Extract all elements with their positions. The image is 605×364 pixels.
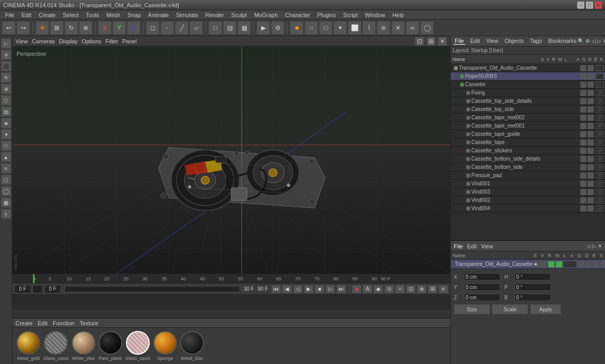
tree-status-icon[interactable] bbox=[580, 73, 586, 80]
menu-item-help[interactable]: Help bbox=[389, 11, 407, 19]
tree-texture-icon[interactable] bbox=[596, 65, 604, 71]
y-axis-button[interactable]: Y bbox=[113, 21, 126, 35]
infinity-button[interactable]: ∞ bbox=[406, 21, 419, 35]
render-view-button[interactable]: ▶ bbox=[257, 21, 270, 35]
left-tool-5[interactable]: ⊕ bbox=[1, 84, 11, 94]
tree-item[interactable]: Vind004 bbox=[451, 204, 605, 213]
menu-item-character[interactable]: Character bbox=[282, 11, 313, 19]
tree-status-icon[interactable] bbox=[580, 82, 586, 88]
tree-status-icon[interactable] bbox=[580, 205, 586, 212]
tree-item[interactable]: Pressue_pad bbox=[451, 171, 605, 180]
tree-texture-icon[interactable] bbox=[596, 205, 604, 212]
tree-texture-icon[interactable] bbox=[596, 156, 604, 162]
right-tab-edit[interactable]: Edit bbox=[469, 38, 481, 45]
timeline-bar[interactable] bbox=[65, 286, 240, 292]
tree-texture-icon[interactable] bbox=[596, 73, 604, 80]
tree-item[interactable]: Fixing bbox=[451, 89, 605, 97]
z-position-input[interactable] bbox=[464, 294, 500, 301]
right-tab-view[interactable]: View bbox=[485, 38, 500, 45]
rb-close-icon[interactable]: ✕ bbox=[598, 243, 602, 249]
tree-status-icon[interactable] bbox=[580, 189, 586, 195]
redo-button[interactable]: ↪ bbox=[17, 21, 30, 35]
menu-item-select[interactable]: Select bbox=[60, 11, 82, 19]
size-button[interactable]: Size bbox=[454, 304, 490, 314]
tree-status-icon[interactable] bbox=[587, 164, 594, 170]
tree-status-icon[interactable] bbox=[587, 148, 594, 154]
tree-status-icon[interactable] bbox=[587, 139, 594, 146]
tree-item[interactable]: Cassette bbox=[451, 81, 605, 89]
tree-status-icon[interactable] bbox=[580, 123, 586, 129]
undo-button[interactable]: ↩ bbox=[2, 21, 15, 35]
settings-icon[interactable]: ⚙ bbox=[585, 38, 590, 44]
null-button[interactable]: ✕ bbox=[391, 21, 405, 35]
tree-status-icon[interactable] bbox=[580, 164, 586, 170]
point-mode-button[interactable]: ◦ bbox=[161, 21, 174, 35]
tree-status-icon[interactable] bbox=[587, 98, 594, 104]
tree-item[interactable]: Vind001 bbox=[451, 180, 605, 188]
tree-item[interactable]: Transparent_Old_Audio_Cassette bbox=[451, 64, 605, 72]
edge-mode-button[interactable]: ╱ bbox=[175, 21, 188, 35]
right-tab-bookmarks[interactable]: Bookmarks bbox=[547, 38, 578, 45]
model-mode-button[interactable]: ◻ bbox=[146, 21, 160, 35]
tree-item[interactable]: Cassette_top_side_details bbox=[451, 97, 605, 105]
left-tool-7[interactable]: ▤ bbox=[1, 106, 11, 117]
material-swatch-5[interactable]: Sponge bbox=[153, 331, 177, 361]
object-tool-button[interactable]: ⊕ bbox=[79, 21, 92, 35]
viewport-menu-panel[interactable]: Panel bbox=[122, 38, 137, 44]
left-tool-11[interactable]: ▲ bbox=[1, 152, 11, 162]
tree-status-icon[interactable] bbox=[587, 131, 594, 137]
record-tool-button[interactable]: ⊡ bbox=[406, 285, 416, 293]
material-swatch-2[interactable]: White_plas bbox=[72, 331, 95, 361]
tree-status-icon[interactable] bbox=[587, 106, 594, 113]
right-tab-objects[interactable]: Objects bbox=[503, 38, 524, 45]
prev-frame-button[interactable]: ◀ bbox=[282, 285, 292, 293]
tree-item[interactable]: Cassette_stickers bbox=[451, 147, 605, 155]
tree-status-icon[interactable] bbox=[580, 90, 586, 96]
tree-item[interactable]: Cassette_top_side bbox=[451, 105, 605, 114]
material-function[interactable]: Function bbox=[53, 320, 74, 326]
viewport-canvas[interactable]: Perspective bbox=[12, 46, 450, 274]
tree-status-icon[interactable] bbox=[587, 172, 594, 179]
menu-item-mograph[interactable]: MoGraph bbox=[251, 11, 281, 19]
b-rotation-input[interactable] bbox=[515, 294, 551, 301]
tree-status-icon[interactable] bbox=[587, 115, 594, 121]
tree-status-icon[interactable] bbox=[587, 189, 594, 195]
cube-button[interactable]: ■ bbox=[290, 21, 304, 35]
material-edit[interactable]: Edit bbox=[38, 320, 47, 326]
minimize-button[interactable]: – bbox=[577, 2, 584, 9]
menu-item-mesh[interactable]: Mesh bbox=[103, 11, 123, 19]
tree-status-icon[interactable] bbox=[580, 172, 586, 179]
menu-item-file[interactable]: File bbox=[2, 11, 18, 19]
tree-item[interactable]: Cassette_tape bbox=[451, 138, 605, 147]
panel-expand-icon[interactable]: ◁ bbox=[592, 38, 596, 44]
panel-collapse-icon[interactable]: ▷ bbox=[597, 38, 601, 44]
rb-tab-view[interactable]: View bbox=[481, 243, 493, 249]
rb-tab-edit[interactable]: Edit bbox=[467, 243, 477, 249]
new-scene-button[interactable]: □ bbox=[209, 21, 222, 35]
y-position-input[interactable] bbox=[464, 283, 500, 291]
tree-status-icon[interactable] bbox=[580, 197, 586, 203]
h-rotation-input[interactable] bbox=[515, 273, 551, 280]
left-tool-12[interactable]: ≡ bbox=[1, 163, 11, 173]
left-tool-9[interactable]: ✦ bbox=[1, 129, 11, 139]
material-swatch-3[interactable]: Pare_plasti bbox=[99, 331, 122, 361]
play-button[interactable]: ▶ bbox=[304, 285, 313, 293]
timeline-view-button[interactable]: ≡ bbox=[439, 285, 448, 293]
record-preview-button[interactable]: ⊙ bbox=[385, 285, 394, 293]
rb-expand-icon[interactable]: ◁ bbox=[586, 243, 591, 249]
tree-status-icon[interactable] bbox=[580, 156, 586, 162]
x-position-input[interactable] bbox=[464, 273, 500, 280]
p-rotation-input[interactable] bbox=[515, 283, 551, 291]
tree-item[interactable]: HyperNURBS bbox=[451, 72, 605, 81]
keyframe-button[interactable]: ◆ bbox=[374, 285, 383, 293]
search-icon[interactable]: 🔍 bbox=[578, 38, 584, 44]
viewport-menu-view[interactable]: View bbox=[15, 38, 28, 44]
floor-button[interactable]: ◯ bbox=[420, 21, 434, 35]
left-tool-3[interactable]: ⬛ bbox=[1, 61, 11, 71]
tree-status-icon[interactable] bbox=[580, 181, 586, 187]
scale-button[interactable]: Scale bbox=[492, 304, 528, 314]
menu-item-edit[interactable]: Edit bbox=[19, 11, 35, 19]
rb-tab-file[interactable]: File bbox=[454, 243, 463, 249]
left-tool-2[interactable]: ✛ bbox=[1, 50, 11, 60]
current-frame-display[interactable] bbox=[44, 285, 61, 293]
